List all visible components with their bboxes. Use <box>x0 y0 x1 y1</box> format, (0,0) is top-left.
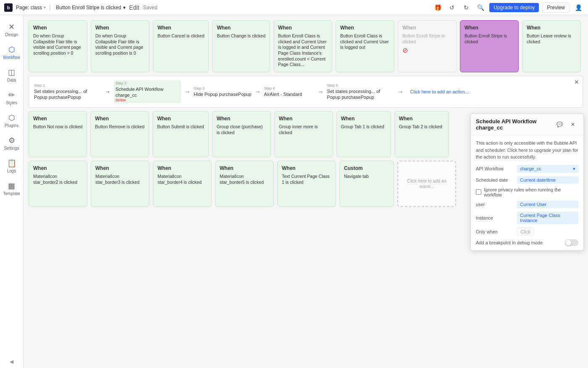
panel-header-icons: 💬 ✕ <box>554 119 578 130</box>
sidebar-item-logs[interactable]: 📋 Logs <box>1 155 23 177</box>
redo-button[interactable]: ↻ <box>461 2 472 13</box>
arrow-1: → <box>105 88 110 95</box>
sidebar-label-styles: Styles <box>6 101 17 105</box>
card-cancel[interactable]: When Button Cancel is clicked <box>153 20 209 72</box>
privacy-row: Ignore privacy rules when running the wo… <box>476 187 578 197</box>
close-steps-button[interactable]: ✕ <box>574 79 579 85</box>
disabled-icon: ⊘ <box>402 46 452 54</box>
card-change[interactable]: When Button Change is clicked <box>212 20 270 72</box>
user-label: user <box>476 202 514 207</box>
card-remove[interactable]: When Button Remove is clicked <box>90 111 149 157</box>
step-4[interactable]: Step 4 AirAlert - Standard <box>264 86 315 97</box>
topbar: b Page: class ▾ | Button Enroll Stripe i… <box>0 0 588 15</box>
card-add-event[interactable]: Click here to add an event... <box>397 161 456 207</box>
card-star-border2[interactable]: When MaterialIcon star_border2 is clicke… <box>29 161 87 207</box>
step-2[interactable]: Step 2 Schedule API Workflow charge_cc d… <box>114 80 181 103</box>
card-enroll-stripe-active[interactable]: When Button Enroll Stripe is clicked <box>460 20 519 72</box>
workflow-label: Button Enroll Stripe is clicked <box>56 5 121 11</box>
workflow-indicator[interactable]: Button Enroll Stripe is clicked ▾ <box>56 5 125 11</box>
sidebar-item-settings[interactable]: ⚙ Settings <box>1 132 23 154</box>
card-enroll-class-logged-in[interactable]: When Button Enroll Class is clicked and … <box>273 20 332 72</box>
instance-row: instance Current Page Class Instance <box>476 212 578 224</box>
sidebar-item-styles[interactable]: ✏ Styles <box>1 87 23 109</box>
panel-note: This action is only accessible with the … <box>476 140 578 161</box>
api-workflow-dropdown[interactable]: charge_cc ▾ <box>517 165 578 173</box>
user-value[interactable]: Current User <box>517 201 578 208</box>
sidebar-label-template: Template <box>3 191 20 196</box>
card-group-tab1[interactable]: When Group Tab 1 is clicked <box>336 111 391 157</box>
edit-button[interactable]: Edit <box>129 2 140 13</box>
sidebar: ✕ Design ⬡ Workflow ◫ Data ✏ Styles ⬡ Pl… <box>0 15 24 368</box>
sidebar-item-template[interactable]: ▦ Template <box>1 177 23 199</box>
sidebar-label-plugins: Plugins <box>5 123 18 128</box>
panel-close-icon[interactable]: ✕ <box>567 119 578 130</box>
sidebar-item-workflow[interactable]: ⬡ Workflow <box>1 41 23 63</box>
step-1[interactable]: Step 1 Set states processing... of Popup… <box>34 83 101 101</box>
sidebar-label-data: Data <box>7 78 16 82</box>
card-submit[interactable]: When Button Submit is clicked <box>152 111 208 157</box>
page-label: Page: class <box>16 5 42 11</box>
page-caret[interactable]: ▾ <box>44 5 46 10</box>
sidebar-item-design[interactable]: ✕ Design <box>1 19 23 40</box>
user-button[interactable]: 👤 <box>573 2 584 13</box>
gift-icon-button[interactable]: 🎁 <box>432 2 443 13</box>
design-icon: ✕ <box>8 22 15 32</box>
cards-row-1: When Do when Group Collapsible Flair tit… <box>29 20 583 72</box>
card-star-border3[interactable]: When MaterialIcon star_border3 is clicke… <box>91 161 150 207</box>
card-group-close[interactable]: When Group close (purchase) is clicked <box>212 111 271 157</box>
breakpoint-toggle[interactable] <box>565 239 578 246</box>
api-workflow-row: API Workflow charge_cc ▾ <box>476 165 578 173</box>
plugins-icon: ⬡ <box>8 113 15 122</box>
only-when-value[interactable]: Click <box>517 228 534 236</box>
api-workflow-label: API Workflow <box>476 166 514 171</box>
card-custom-navigate[interactable]: Custom Navigate tab <box>339 161 394 207</box>
panel-header: Schedule API Workflow charge_cc 💬 ✕ <box>471 114 583 135</box>
search-button[interactable]: 🔍 <box>475 2 486 13</box>
page-indicator: Page: class ▾ <box>16 5 46 11</box>
only-when-label: Only when <box>476 229 514 234</box>
card-collapsible-1[interactable]: When Do when Group Collapsible Flair tit… <box>29 20 87 72</box>
card-star-border5[interactable]: When MaterialIcon star_border5 is clicke… <box>215 161 274 207</box>
panel-title: Schedule API Workflow charge_cc <box>476 118 554 131</box>
instance-value[interactable]: Current Page Class Instance <box>517 212 578 224</box>
card-star-border4[interactable]: When MaterialIcon star_border4 is clicke… <box>153 161 212 207</box>
step-3[interactable]: Step 3 Hide Popup purchasePopup <box>194 86 252 97</box>
arrow-5: → <box>398 88 404 95</box>
add-action-link[interactable]: Click here to add an action... <box>410 89 469 94</box>
workflow-icon: ⬡ <box>8 45 15 54</box>
scheduled-date-value[interactable]: Current date/time <box>517 176 578 184</box>
card-group-tab2[interactable]: When Group Tab 2 is clicked <box>394 111 449 157</box>
template-icon: ▦ <box>8 181 15 191</box>
privacy-checkbox[interactable] <box>476 189 481 195</box>
sidebar-label-design: Design <box>5 32 18 37</box>
sidebar-expand[interactable]: ◀ <box>10 359 13 365</box>
sidebar-label-settings: Settings <box>4 146 19 151</box>
arrow-2: → <box>184 88 190 95</box>
step-5[interactable]: Step 5 Set states processing... of Popup… <box>327 83 394 101</box>
sidebar-item-data[interactable]: ◫ Data <box>1 64 23 86</box>
sidebar-label-workflow: Workflow <box>3 55 20 60</box>
upgrade-button[interactable]: Upgrade to deploy <box>489 3 539 12</box>
panel-comment-icon[interactable]: 💬 <box>554 119 565 130</box>
card-not-now[interactable]: When Button Not now is clicked <box>29 111 87 157</box>
dropdown-caret-icon: ▾ <box>573 166 575 172</box>
card-leave-review[interactable]: When Button Leave review is clicked <box>522 20 581 72</box>
step-2-delete[interactable]: delete <box>116 98 179 102</box>
card-enroll-class-logged-out[interactable]: When Button Enroll Class is clicked and … <box>336 20 394 72</box>
card-group-inner-more[interactable]: When Group inner more is clicked <box>274 111 333 157</box>
topbar-right: 🎁 ↺ ↻ 🔍 Upgrade to deploy Preview 👤 <box>432 2 584 13</box>
sidebar-item-plugins[interactable]: ⬡ Plugins <box>1 109 23 131</box>
card-text-class[interactable]: When Text Current Page Class 1 is clicke… <box>277 161 336 207</box>
scheduled-date-row: Scheduled date Current date/time <box>476 176 578 184</box>
undo-button[interactable]: ↺ <box>446 2 457 13</box>
arrow-3: → <box>255 88 261 95</box>
arrow-4: → <box>318 88 324 95</box>
workflow-caret[interactable]: ▾ <box>123 5 126 11</box>
preview-button[interactable]: Preview <box>542 3 570 13</box>
steps-bar: ✕ Step 1 Set states processing... of Pop… <box>29 76 583 108</box>
user-row: user Current User <box>476 201 578 208</box>
card-enroll-stripe-disabled[interactable]: When Button Enroll Stripe is clicked ⊘ <box>398 20 457 72</box>
schedule-api-panel: Schedule API Workflow charge_cc 💬 ✕ This… <box>470 114 584 251</box>
panel-body: This action is only accessible with the … <box>471 135 583 250</box>
card-collapsible-2[interactable]: When Do when Group Collapsible Flair tit… <box>91 20 150 72</box>
